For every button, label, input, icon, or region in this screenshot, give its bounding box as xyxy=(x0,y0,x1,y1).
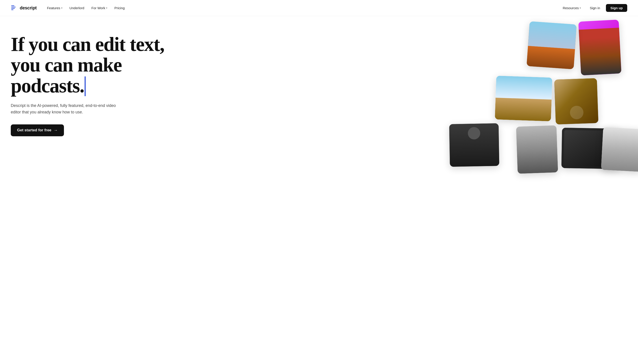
nav-item-features[interactable]: Features ▾ xyxy=(44,4,65,12)
food-visual xyxy=(554,78,598,124)
landscape-sky xyxy=(528,21,577,49)
hero-section: If you can edit text, you can make podca… xyxy=(0,16,638,364)
hero-image-card-7 xyxy=(516,125,558,174)
cta-get-started-button[interactable]: Get started for free → xyxy=(11,124,64,136)
svg-rect-1 xyxy=(11,7,16,8)
chevron-down-icon-work: ▾ xyxy=(106,7,107,9)
nav-item-for-work[interactable]: For Work ▾ xyxy=(88,4,110,12)
chevron-down-icon-resources: ▾ xyxy=(580,7,581,9)
landscape-wide-ground xyxy=(495,98,552,121)
hero-subtext: Descript is the AI-powered, fully featur… xyxy=(11,102,118,116)
nav-item-pricing[interactable]: Pricing xyxy=(111,4,128,12)
nav-left: descript Features ▾ Underlord For Work ▾… xyxy=(11,4,128,12)
svg-rect-2 xyxy=(11,8,15,9)
svg-rect-0 xyxy=(11,6,14,6)
chevron-down-icon: ▾ xyxy=(61,7,62,9)
navbar: descript Features ▾ Underlord For Work ▾… xyxy=(0,0,638,16)
person-glasses-visual xyxy=(449,123,499,167)
hero-image-card-5 xyxy=(449,123,499,167)
nav-items: Features ▾ Underlord For Work ▾ Pricing xyxy=(44,4,128,12)
video-call-visual xyxy=(561,128,620,169)
hero-image-card-4 xyxy=(495,76,552,122)
sign-in-button[interactable]: Sign in xyxy=(586,4,604,12)
person-dark-visual xyxy=(516,125,558,174)
logo[interactable]: descript xyxy=(11,4,37,12)
svg-rect-3 xyxy=(11,10,14,10)
hero-image-card-2 xyxy=(526,21,576,69)
nav-item-resources[interactable]: Resources ▾ xyxy=(559,4,584,12)
person-pink-bg xyxy=(578,20,621,75)
person-silhouette xyxy=(579,28,621,75)
hero-headline: If you can edit text, you can make podca… xyxy=(11,34,168,96)
nav-right: Resources ▾ Sign in Sign up xyxy=(559,4,627,12)
arrow-right-icon: → xyxy=(54,128,58,133)
sign-up-button[interactable]: Sign up xyxy=(606,4,627,12)
nav-item-underlord[interactable]: Underlord xyxy=(66,4,88,12)
hero-image-card-8 xyxy=(601,127,638,172)
hero-image-card-3 xyxy=(554,78,598,124)
text-cursor xyxy=(85,76,86,96)
person-headphones-visual xyxy=(601,127,638,172)
descript-logo-icon xyxy=(11,4,18,12)
hero-image-card-6 xyxy=(561,128,620,169)
landscape-wide-sky xyxy=(496,76,552,100)
landscape-ground xyxy=(526,46,575,69)
hero-image-card-1 xyxy=(578,20,621,75)
hero-content: If you can edit text, you can make podca… xyxy=(11,34,168,136)
hero-image-collage xyxy=(287,16,638,364)
logo-text: descript xyxy=(20,6,37,10)
